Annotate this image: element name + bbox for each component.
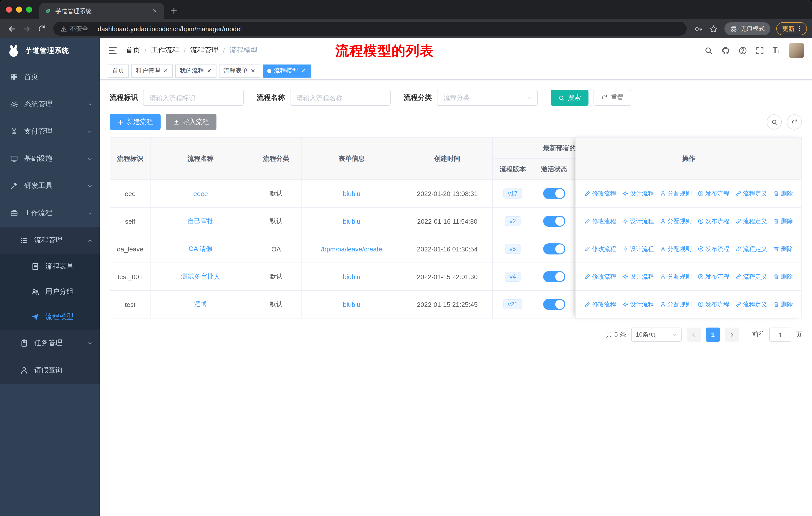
process-name-input[interactable]: [290, 90, 390, 106]
tags-view-item-home[interactable]: 首页: [108, 64, 129, 77]
browser-menu-icon[interactable]: [796, 25, 804, 33]
sidebar-item-leave-query[interactable]: 请假查询: [0, 357, 100, 384]
action-design[interactable]: 设计流程: [622, 272, 654, 281]
action-publish[interactable]: 发布流程: [698, 272, 729, 281]
forward-button[interactable]: [20, 22, 33, 35]
security-label[interactable]: 不安全: [70, 24, 88, 33]
sidebar-item-user-group[interactable]: 用户分组: [0, 279, 100, 304]
sidebar-item-task-management[interactable]: 任务管理: [0, 330, 100, 357]
tags-view-item-my-process[interactable]: 我的流程: [175, 64, 216, 77]
show-search-button[interactable]: [767, 114, 782, 130]
action-assign-rule[interactable]: 分配规则: [660, 245, 692, 253]
minimize-window-button[interactable]: [16, 6, 22, 12]
close-window-button[interactable]: [6, 6, 12, 12]
sidebar-item-home[interactable]: 首页: [0, 63, 100, 91]
action-design[interactable]: 设计流程: [622, 217, 654, 225]
action-modify[interactable]: 修改流程: [584, 272, 616, 281]
sidebar-item-process-form[interactable]: 流程表单: [0, 254, 100, 279]
process-name-link[interactable]: eeee: [193, 190, 208, 197]
action-definition[interactable]: 流程定义: [735, 217, 767, 225]
sidebar-item-process-model[interactable]: 流程模型: [0, 304, 100, 330]
address-bar[interactable]: 不安全 dashboard.yudao.iocoder.cn/bpm/manag…: [53, 22, 687, 36]
new-tab-button[interactable]: [170, 7, 178, 15]
action-design[interactable]: 设计流程: [622, 245, 654, 253]
action-design[interactable]: 设计流程: [622, 300, 654, 309]
sidebar-item-system-management[interactable]: 系统管理: [0, 91, 100, 118]
goto-page-input[interactable]: [769, 328, 791, 342]
action-publish[interactable]: 发布流程: [698, 300, 729, 309]
action-modify[interactable]: 修改流程: [584, 245, 616, 253]
close-icon[interactable]: [163, 68, 168, 74]
action-assign-rule[interactable]: 分配规则: [660, 189, 692, 198]
process-name-link[interactable]: 测试多审批人: [181, 272, 220, 281]
reset-button[interactable]: 重置: [593, 90, 631, 106]
create-process-button[interactable]: 新建流程: [110, 114, 161, 130]
password-manager-icon[interactable]: [692, 22, 705, 35]
active-toggle[interactable]: [543, 188, 565, 199]
action-definition[interactable]: 流程定义: [735, 300, 767, 309]
action-definition[interactable]: 流程定义: [735, 189, 767, 198]
header-search-icon[interactable]: [704, 46, 713, 55]
sidebar-item-payment-management[interactable]: 支付管理: [0, 118, 100, 145]
action-delete[interactable]: 删除: [773, 217, 793, 225]
fullscreen-icon[interactable]: [755, 46, 764, 55]
search-button[interactable]: 搜索: [551, 90, 588, 106]
font-size-icon[interactable]: TT: [773, 46, 780, 54]
refresh-table-button[interactable]: [787, 114, 802, 130]
process-key-input[interactable]: [143, 90, 244, 106]
tags-view-item-process-model[interactable]: 流程模型: [263, 64, 311, 77]
active-toggle[interactable]: [543, 299, 565, 310]
sidebar-item-dev-tools[interactable]: 研发工具: [0, 172, 100, 199]
form-link[interactable]: biubiu: [343, 217, 360, 225]
tab-close-icon[interactable]: [152, 7, 159, 15]
form-link[interactable]: biubiu: [343, 273, 360, 280]
sidebar-toggle-icon[interactable]: [108, 45, 118, 55]
back-button[interactable]: [5, 22, 18, 35]
category-select[interactable]: 流程分类: [437, 90, 538, 106]
action-definition[interactable]: 流程定义: [735, 272, 767, 281]
action-modify[interactable]: 修改流程: [584, 189, 616, 198]
sidebar-item-process-management[interactable]: 流程管理: [0, 227, 100, 254]
action-assign-rule[interactable]: 分配规则: [660, 272, 692, 281]
action-delete[interactable]: 删除: [773, 245, 793, 253]
tags-view-item-tenant-management[interactable]: 租户管理: [132, 64, 173, 77]
action-delete[interactable]: 删除: [773, 272, 793, 281]
help-icon[interactable]: [738, 46, 747, 55]
action-definition[interactable]: 流程定义: [735, 245, 767, 253]
active-toggle[interactable]: [543, 243, 565, 254]
zoom-window-button[interactable]: [26, 6, 32, 12]
bookmark-star-icon[interactable]: [707, 22, 720, 35]
action-publish[interactable]: 发布流程: [698, 189, 729, 198]
import-process-button[interactable]: 导入流程: [166, 114, 216, 130]
action-assign-rule[interactable]: 分配规则: [660, 217, 692, 225]
form-link[interactable]: /bpm/oa/leave/create: [321, 245, 382, 253]
form-link[interactable]: biubiu: [343, 190, 360, 197]
close-icon[interactable]: [206, 68, 212, 74]
process-name-link[interactable]: 自己审批: [187, 217, 214, 226]
process-name-link[interactable]: 滔博: [194, 300, 207, 309]
tags-view-item-process-form[interactable]: 流程表单: [219, 64, 260, 77]
update-chip[interactable]: 更新: [776, 22, 807, 35]
sidebar-item-infrastructure[interactable]: 基础设施: [0, 145, 100, 172]
action-assign-rule[interactable]: 分配规则: [660, 300, 692, 309]
active-toggle[interactable]: [543, 216, 565, 227]
close-icon[interactable]: [300, 68, 306, 74]
active-toggle[interactable]: [543, 271, 565, 282]
action-publish[interactable]: 发布流程: [698, 217, 729, 225]
form-link[interactable]: biubiu: [343, 301, 360, 308]
user-avatar[interactable]: [789, 43, 804, 58]
breadcrumb-item[interactable]: 工作流程: [151, 46, 179, 55]
action-modify[interactable]: 修改流程: [584, 217, 616, 225]
sidebar-item-workflow[interactable]: 工作流程: [0, 199, 100, 227]
reload-button[interactable]: [35, 22, 48, 35]
action-modify[interactable]: 修改流程: [584, 300, 616, 309]
breadcrumb-item[interactable]: 首页: [126, 46, 140, 55]
browser-tab[interactable]: 芋道管理系统: [39, 3, 164, 19]
action-design[interactable]: 设计流程: [622, 189, 654, 198]
breadcrumb-item[interactable]: 流程管理: [190, 46, 219, 55]
action-publish[interactable]: 发布流程: [698, 245, 729, 253]
github-icon[interactable]: [721, 46, 730, 55]
page-number-current[interactable]: 1: [706, 328, 720, 342]
process-name-link[interactable]: OA 请假: [188, 244, 212, 253]
action-delete[interactable]: 删除: [773, 189, 793, 198]
